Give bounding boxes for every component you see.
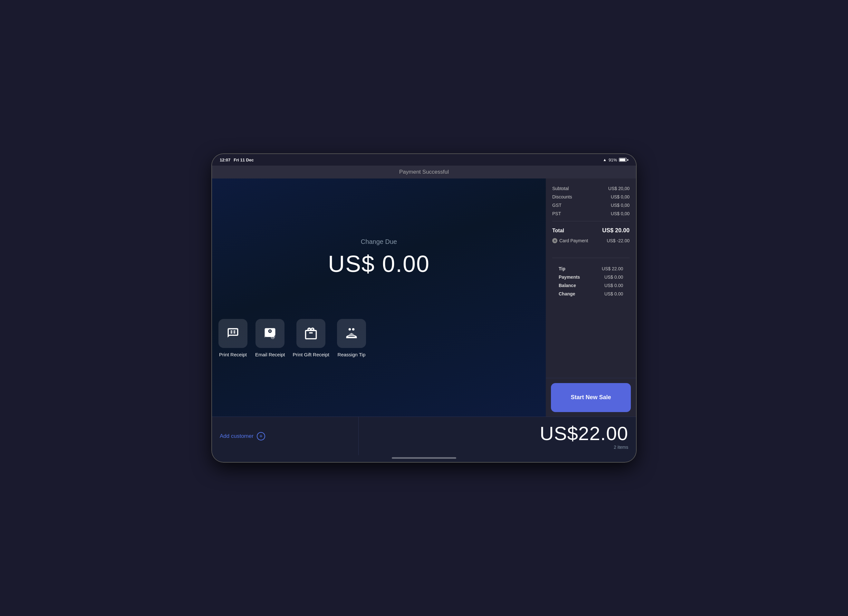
payments-row: Payments US$ 0.00 [559,273,623,281]
tip-row: Tip US$ 22.00 [559,265,623,273]
change-label: Change [559,291,575,296]
reassign-tip-icon [344,326,359,341]
add-customer-circle-icon: + [257,432,265,440]
bottom-left-panel: Add customer + [212,417,359,455]
payments-value: US$ 0.00 [605,274,623,280]
print-receipt-button[interactable]: Print Receipt [218,319,248,357]
reassign-tip-icon-bg [337,319,366,348]
title-bar: Payment Successful [212,166,636,179]
change-value: US$ 0.00 [605,291,623,296]
print-receipt-label: Print Receipt [219,352,247,357]
balance-label: Balance [559,283,576,288]
pst-value: US$ 0,00 [611,211,630,216]
bottom-center: US$22.00 2 items [359,417,636,455]
email-receipt-icon: @ [263,326,277,341]
balance-row: Balance US$ 0.00 [559,281,623,290]
gst-row: GST US$ 0,00 [552,201,630,209]
add-customer-button[interactable]: Add customer + [220,432,265,440]
action-buttons: Print Receipt @ Email Receipt [218,319,539,357]
email-receipt-icon-bg: @ [255,319,285,348]
gst-label: GST [552,203,562,208]
total-value: US$ 20.00 [602,227,630,234]
status-bar: 12:07 Fri 11 Dec ▲ 91% [212,154,636,166]
receipt-icon [226,326,240,341]
svg-point-1 [348,328,351,330]
change-due-amount: US$ 0.00 [328,251,430,277]
card-payment-label: Card Payment [559,238,588,243]
tip-value: US$ 22.00 [602,266,623,271]
print-gift-receipt-icon-bg [297,319,325,348]
reassign-tip-button[interactable]: Reassign Tip [337,319,366,357]
svg-point-2 [352,328,354,330]
total-row: Total US$ 20.00 [552,225,630,237]
change-row: Change US$ 0.00 [559,290,623,298]
svg-text:@: @ [271,334,276,339]
card-payment-value: US$ -22.00 [607,238,630,243]
total-label: Total [552,228,564,234]
discounts-row: Discounts US$ 0,00 [552,192,630,201]
gift-receipt-icon [304,326,318,341]
print-gift-receipt-button[interactable]: Print Gift Receipt [293,319,329,357]
bottom-bar: Add customer + US$22.00 2 items [212,416,636,455]
center-content: Change Due US$ 0.00 Print Receipt [218,238,539,357]
divider-1 [552,221,630,221]
page-title: Payment Successful [399,169,449,175]
balance-value: US$ 0.00 [605,283,623,288]
total-amount-display: US$22.00 [540,422,628,444]
reassign-tip-label: Reassign Tip [338,352,366,357]
change-due-label: Change Due [361,238,397,246]
pst-label: PST [552,211,561,216]
print-receipt-icon-bg [218,319,248,348]
battery-percentage: 91% [609,157,617,162]
email-receipt-button[interactable]: @ Email Receipt [255,319,285,357]
payments-label: Payments [559,274,580,280]
status-date: Fri 11 Dec [234,157,254,162]
ipad-frame: 12:07 Fri 11 Dec ▲ 91% Payment Successfu… [212,154,636,462]
battery-icon [619,158,628,162]
discounts-label: Discounts [552,194,572,200]
print-gift-receipt-label: Print Gift Receipt [293,352,329,357]
add-customer-label: Add customer [220,433,254,440]
pst-row: PST US$ 0,00 [552,209,630,218]
receipt-section: Subtotal US$ 20,00 Discounts US$ 0,00 GS… [546,179,636,378]
tip-label: Tip [559,266,565,271]
card-payment-row: ✕ Card Payment US$ -22.00 [552,237,630,245]
wifi-icon: ▲ [603,157,607,162]
tip-section: Tip US$ 22.00 Payments US$ 0.00 Balance … [552,261,630,304]
subtotal-row: Subtotal US$ 20,00 [552,184,630,192]
home-indicator [212,455,636,462]
gst-value: US$ 0,00 [611,203,630,208]
home-bar [392,457,456,459]
items-count: 2 items [614,444,628,450]
status-time: 12:07 [220,157,230,162]
start-new-sale-button[interactable]: Start New Sale [551,383,631,412]
discounts-value: US$ 0,00 [611,194,630,200]
subtotal-value: US$ 20,00 [608,186,630,191]
card-payment-cancel-icon: ✕ [552,238,557,243]
right-bottom: Start New Sale [546,378,636,416]
subtotal-label: Subtotal [552,186,569,191]
right-panel: Subtotal US$ 20,00 Discounts US$ 0,00 GS… [546,179,636,416]
start-new-sale-label: Start New Sale [571,394,611,401]
card-payment-label-container: ✕ Card Payment [552,238,588,243]
main-content: Change Due US$ 0.00 Print Receipt [212,179,636,416]
left-panel: Change Due US$ 0.00 Print Receipt [212,179,546,416]
email-receipt-label: Email Receipt [255,352,285,357]
